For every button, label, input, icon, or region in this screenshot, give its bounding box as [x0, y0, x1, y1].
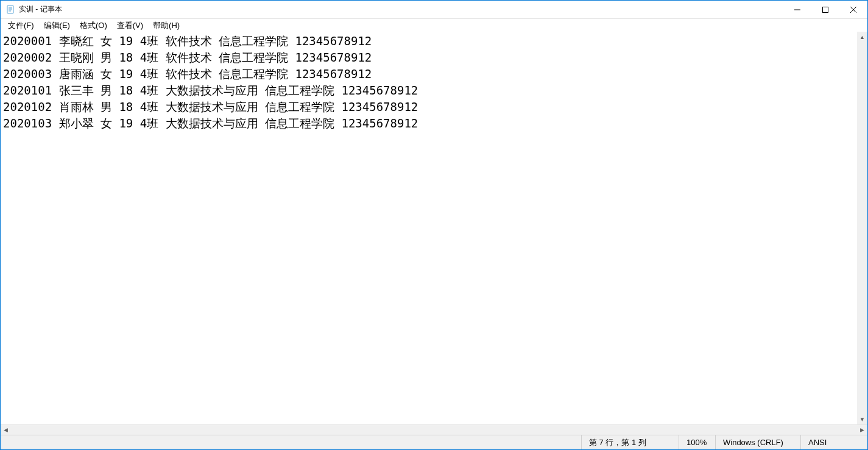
scroll-down-arrow-icon[interactable]: ▼ [857, 414, 867, 424]
titlebar-controls [783, 1, 867, 18]
menu-edit[interactable]: 编辑(E) [39, 19, 75, 32]
menubar: 文件(F) 编辑(E) 格式(O) 查看(V) 帮助(H) [1, 19, 867, 32]
text-area[interactable]: 2020001 李晓红 女 19 4班 软件技术 信息工程学院 12345678… [1, 32, 867, 424]
status-position: 第 7 行，第 1 列 [581, 435, 679, 449]
menu-help[interactable]: 帮助(H) [148, 19, 185, 32]
status-zoom: 100% [679, 435, 715, 449]
minimize-button[interactable] [783, 1, 811, 18]
titlebar: 实训 - 记事本 [1, 1, 867, 19]
close-button[interactable] [839, 1, 867, 18]
scroll-left-arrow-icon[interactable]: ◀ [1, 425, 11, 435]
content-wrapper: 2020001 李晓红 女 19 4班 软件技术 信息工程学院 12345678… [1, 32, 867, 435]
hscroll-track[interactable] [11, 425, 857, 435]
vertical-scrollbar[interactable]: ▲ ▼ [857, 32, 867, 424]
window-title: 实训 - 记事本 [19, 4, 62, 15]
vscroll-track[interactable] [857, 42, 867, 414]
scroll-right-arrow-icon[interactable]: ▶ [857, 425, 867, 435]
menu-view[interactable]: 查看(V) [112, 19, 148, 32]
status-line-ending: Windows (CRLF) [715, 435, 800, 449]
status-encoding: ANSI [800, 435, 867, 449]
menu-file[interactable]: 文件(F) [3, 19, 39, 32]
notepad-icon [5, 5, 15, 15]
titlebar-left: 实训 - 记事本 [1, 4, 62, 15]
statusbar: 第 7 行，第 1 列 100% Windows (CRLF) ANSI [1, 435, 867, 449]
maximize-button[interactable] [811, 1, 839, 18]
scroll-up-arrow-icon[interactable]: ▲ [857, 32, 867, 42]
svg-rect-6 [823, 7, 828, 12]
menu-format[interactable]: 格式(O) [75, 19, 112, 32]
horizontal-scrollbar[interactable]: ◀ ▶ [1, 424, 867, 435]
